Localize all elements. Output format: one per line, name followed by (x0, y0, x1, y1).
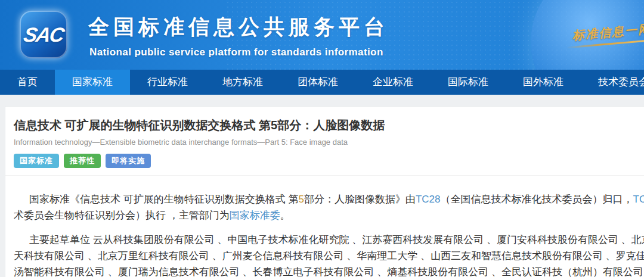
standard-title-cn: 信息技术 可扩展的生物特征识别数据交换格式 第5部分：人脸图像数据 (14, 117, 644, 133)
paragraph: 主要起草单位 云从科技集团股份有限公司 、中国电子技术标准化研究院 、江苏赛西科… (14, 232, 644, 277)
nav-item[interactable]: 国际标准 (431, 70, 506, 95)
nav-item[interactable]: 技术委员会 (581, 70, 644, 95)
nav-item[interactable]: 首页 (0, 70, 55, 95)
status-badge: 国家标准 (14, 154, 59, 168)
main-nav: 首页国家标准行业标准地方标准团体标准企业标准国际标准国外标准技术委员会 (0, 70, 644, 95)
nav-item[interactable]: 国家标准 (55, 70, 130, 95)
tag-list: 国家标准推荐性即将实施 (14, 154, 644, 168)
nav-item[interactable]: 国外标准 (506, 70, 581, 95)
content-card: 信息技术 可扩展的生物特征识别数据交换格式 第5部分：人脸图像数据 Inform… (5, 106, 644, 277)
text-link[interactable]: TC28 (416, 194, 441, 205)
body-text: 主要起草单位 云从科技集团股份有限公司 、中国电子技术标准化研究院 、江苏赛西科… (29, 234, 644, 245)
body-text: 部分：人脸图像数据》由 (304, 194, 416, 205)
paragraph: 国家标准《信息技术 可扩展的生物特征识别数据交换格式 第5部分：人脸图像数据》由… (14, 191, 644, 223)
paragraph-line: 主要起草单位 云从科技集团股份有限公司 、中国电子技术标准化研究院 、江苏赛西科… (14, 232, 644, 248)
site-header: SAC 全国标准信息公共服务平台 National public service… (0, 0, 644, 70)
article-body: 国家标准《信息技术 可扩展的生物特征识别数据交换格式 第5部分：人脸图像数据》由… (14, 191, 644, 277)
standard-title-en: Information technology—Extensible biomet… (14, 138, 644, 147)
nav-item[interactable]: 企业标准 (355, 70, 431, 95)
slogan-text: 标准信息一网打尽 (572, 20, 644, 44)
sac-logo-text: SAC (22, 23, 66, 46)
body-text: 术委员会生物特征识别分会）执行 ，主管部门为 (14, 210, 230, 221)
nav-item[interactable]: 行业标准 (130, 70, 205, 95)
highlighted-text: 5 (298, 194, 304, 205)
text-link[interactable]: 国家标准委 (230, 210, 280, 221)
body-text: 。 (280, 210, 290, 221)
paragraph-line: 汤智能科技有限公司 、厦门瑞为信息技术有限公司 、长春博立电子科技有限公司 、熵… (14, 264, 644, 277)
main-nav-list: 首页国家标准行业标准地方标准团体标准企业标准国际标准国外标准技术委员会 (0, 70, 644, 95)
body-text: 天科技有限公司 、北京万里红科技有限公司 、广州麦仑信息科技有限公司 、华南理工… (14, 250, 644, 262)
body-text: 汤智能科技有限公司 、厦门瑞为信息技术有限公司 、长春博立电子科技有限公司 、熵… (14, 266, 644, 277)
nav-item[interactable]: 团体标准 (280, 70, 355, 95)
nav-item[interactable]: 地方标准 (205, 70, 280, 95)
site-title-block: 全国标准信息公共服务平台 National public service pla… (88, 13, 389, 58)
sac-logo[interactable]: SAC (20, 11, 67, 58)
page: { "header": { "logo_text": "SAC", "title… (0, 0, 644, 277)
paragraph-line: 国家标准《信息技术 可扩展的生物特征识别数据交换格式 第5部分：人脸图像数据》由… (14, 191, 644, 207)
body-text: （全国信息技术标准化技术委员会）归口， (441, 194, 633, 205)
body-text: 国家标准《信息技术 可扩展的生物特征识别数据交换格式 第 (29, 194, 298, 205)
paragraph-line: 天科技有限公司 、北京万里红科技有限公司 、广州麦仑信息科技有限公司 、华南理工… (14, 248, 644, 264)
status-badge: 推荐性 (64, 154, 101, 168)
text-link[interactable]: TC28SC37 (633, 194, 644, 205)
site-title: 全国标准信息公共服务平台 (88, 13, 389, 41)
status-badge: 即将实施 (106, 154, 151, 168)
section-divider (5, 175, 644, 176)
site-subtitle: National public service platform for sta… (89, 46, 389, 58)
paragraph-line: 术委员会生物特征识别分会）执行 ，主管部门为国家标准委。 (14, 207, 644, 223)
